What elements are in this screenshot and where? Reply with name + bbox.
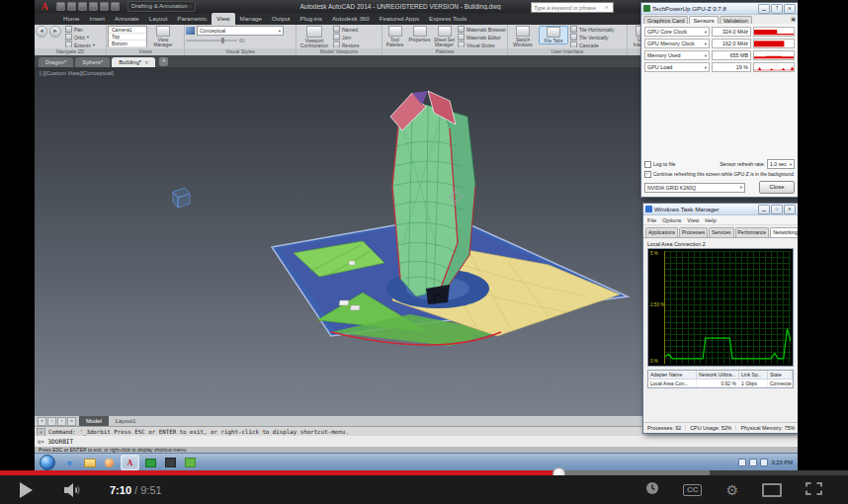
tab-parametric[interactable]: Parametric [172, 13, 212, 25]
panel-caption-user-interface[interactable]: User Interface [508, 48, 627, 55]
prev-tab-icon[interactable]: ‹ [47, 417, 56, 426]
tab-featured-apps[interactable]: Featured Apps [375, 13, 424, 25]
viewport-configuration-button[interactable]: Viewport Configuration [297, 26, 331, 47]
tab-insert[interactable]: Insert [85, 13, 110, 25]
switch-windows-button[interactable]: Switch Windows [509, 26, 537, 47]
taskmgr-tab-performance[interactable]: Performance [735, 227, 770, 237]
file-tab-dragon[interactable]: Dragon* [39, 57, 73, 67]
tile-vertically-button[interactable]: Tile Vertically [570, 34, 614, 41]
volume-icon[interactable] [62, 482, 82, 498]
view-item-top[interactable]: Top [109, 34, 146, 41]
tab-home[interactable]: Home [58, 13, 85, 25]
new-tab-button[interactable]: + [159, 57, 168, 66]
device-dropdown[interactable]: NVIDIA GRID K260Q▾ [644, 183, 745, 193]
close-icon[interactable]: ✕ [784, 205, 796, 214]
materials-editor-button[interactable]: Materials Editor [458, 34, 506, 41]
green-app-icon[interactable] [182, 456, 199, 469]
autocad-taskbar-icon[interactable]: A [121, 455, 139, 470]
close-button[interactable]: Close [759, 181, 795, 194]
close-icon[interactable]: ✕ [144, 57, 148, 67]
clock[interactable]: 3:23 PM [771, 460, 793, 465]
tab-annotate[interactable]: Annotate [110, 13, 144, 25]
continue-refreshing-checkbox[interactable]: ✓ [644, 171, 651, 178]
tool-palettes-button[interactable]: Tool Palettes [383, 26, 406, 47]
cc-icon[interactable]: CC [683, 484, 703, 496]
pan-button[interactable]: Pan [65, 26, 95, 33]
sensor-dropdown[interactable]: GPU Memory Clock▾ [644, 39, 710, 48]
menu-file[interactable]: File [647, 217, 656, 223]
orbit-button[interactable]: Orbit▾ [65, 34, 95, 41]
command-input-row[interactable]: ⚙▾ 3DORBIT [35, 436, 798, 447]
panel-caption-navigate[interactable]: Navigate 2D [35, 48, 106, 55]
open-file-icon[interactable] [67, 2, 76, 11]
layout1-tab[interactable]: Layout1 [109, 416, 143, 426]
tray-arrow-icon[interactable] [738, 459, 746, 466]
redo-icon[interactable] [111, 2, 120, 11]
table-row[interactable]: Local Area Con... 0.92 % 1 Gbps Connecte… [648, 379, 793, 387]
menu-help[interactable]: Help [705, 217, 717, 223]
taskmgr-tab-processes[interactable]: Processes [679, 227, 708, 237]
taskmgr-tab-networking[interactable]: Networking [770, 227, 798, 237]
sheet-set-manager-button[interactable]: Sheet Set Manager [433, 26, 456, 47]
autocad-logo-icon[interactable]: A [37, 1, 52, 13]
search-icon[interactable]: ⌕ [605, 4, 608, 11]
next-tab-icon[interactable]: › [57, 417, 66, 426]
file-tabs-button[interactable]: File Tabs [539, 26, 568, 44]
taskmgr-tab-applications[interactable]: Applications [645, 227, 678, 237]
undo-icon[interactable] [100, 2, 109, 11]
watch-later-icon[interactable] [645, 481, 659, 499]
col-adapter-name[interactable]: Adapter Name [648, 371, 697, 379]
restore-viewports-button[interactable]: Restore [333, 42, 360, 47]
theater-mode-icon[interactable] [762, 483, 782, 497]
materials-browser-button[interactable]: Materials Browser [458, 26, 506, 33]
back-button[interactable]: ◄ [36, 26, 47, 38]
panel-caption-visual-styles[interactable]: Visual Styles [185, 48, 296, 55]
tab-layout[interactable]: Layout [144, 13, 173, 25]
print-icon[interactable] [89, 2, 98, 11]
col-network-utilization[interactable]: Network Utiliza... [697, 371, 739, 379]
tab-manage[interactable]: Manage [235, 13, 267, 25]
save-icon[interactable] [78, 2, 87, 11]
minimize-icon[interactable]: ▁ [758, 4, 770, 14]
monitor-app-icon[interactable] [142, 456, 159, 469]
refresh-rate-dropdown[interactable]: 1.0 sec▾ [767, 159, 795, 169]
opacity-slider[interactable]: 60 [186, 38, 245, 43]
join-viewports-button[interactable]: Join [333, 34, 360, 41]
taskmgr-titlebar[interactable]: Windows Task Manager ▁ □ ✕ [643, 204, 798, 215]
folder-icon[interactable] [81, 456, 98, 469]
sensor-dropdown[interactable]: GPU Load▾ [644, 62, 710, 72]
first-tab-icon[interactable]: « [38, 417, 46, 426]
tab-plugins[interactable]: Plug-ins [296, 13, 327, 25]
extents-button[interactable]: Extents▾ [65, 42, 95, 47]
tab-express-tools[interactable]: Express Tools [424, 13, 471, 25]
taskmgr-tab-services[interactable]: Services [709, 227, 733, 237]
model-tab[interactable]: Model [79, 416, 109, 426]
tab-output[interactable]: Output [267, 13, 296, 25]
cascade-button[interactable]: Cascade [570, 42, 614, 47]
col-link-speed[interactable]: Link Sp... [739, 371, 768, 379]
network-tray-icon[interactable] [749, 459, 757, 466]
minimize-icon[interactable]: ▁ [758, 205, 770, 214]
view-item-bottom[interactable]: Bottom [109, 41, 146, 47]
tile-horizontally-button[interactable]: Tile Horizontally [570, 26, 614, 33]
visual-style-dropdown[interactable]: Conceptual ▾ [197, 26, 284, 36]
start-orb-icon[interactable] [40, 455, 55, 470]
view-item-camera1[interactable]: Camera1 [109, 27, 146, 34]
viewport-controls-label[interactable]: [-][Custom View][Conceptual] [40, 70, 114, 76]
file-tab-building[interactable]: Building* ✕ [112, 57, 155, 67]
sensor-dropdown[interactable]: Memory Used▾ [644, 50, 710, 60]
maximize-icon[interactable]: □ [771, 205, 783, 214]
workspace-dropdown[interactable]: Drafting & Annotation ▾ [127, 1, 196, 12]
tab-autodesk360[interactable]: Autodesk 360 [327, 13, 375, 25]
fullscreen-icon[interactable] [806, 481, 822, 499]
named-viewports-button[interactable]: Named [333, 26, 360, 33]
properties-button[interactable]: Properties [408, 26, 431, 42]
last-tab-icon[interactable]: » [67, 417, 76, 426]
menu-view[interactable]: View [687, 217, 699, 223]
sensor-dropdown[interactable]: GPU Core Clock▾ [644, 27, 710, 37]
gpuz-titlebar[interactable]: TechPowerUp GPU-Z 0.7.8 ▁ ? ✕ [641, 3, 798, 15]
log-to-file-checkbox[interactable] [644, 161, 651, 168]
panel-caption-views[interactable]: Views [107, 48, 184, 55]
volume-tray-icon[interactable] [760, 459, 768, 466]
forward-button[interactable]: ► [49, 26, 61, 38]
